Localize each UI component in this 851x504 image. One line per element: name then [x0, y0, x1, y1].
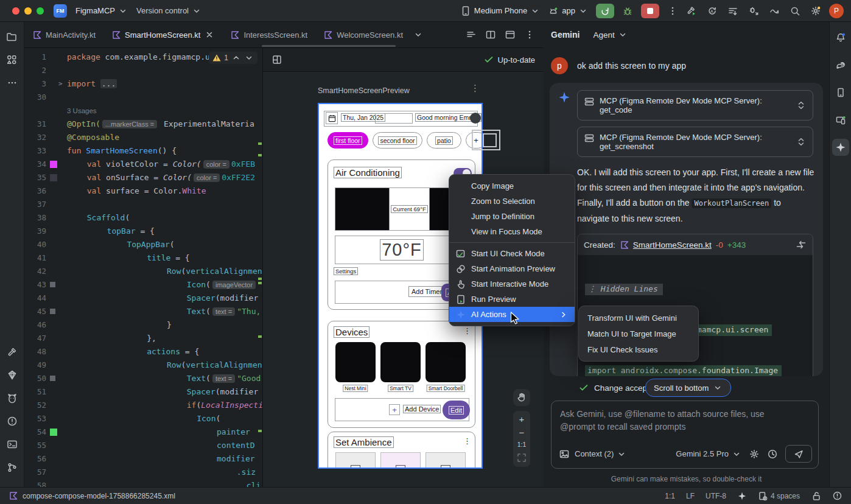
tool-strip-device-explorer-icon[interactable]	[832, 84, 849, 101]
code-line: 35val onSurface = Color(color =0xFF2E2	[24, 171, 262, 184]
usages-hint[interactable]: 3 Usages	[67, 107, 97, 114]
tool-strip-problems-icon[interactable]	[4, 413, 21, 430]
submenu-item-transform-ui-with-gemini[interactable]: Transform UI with Gemini	[579, 310, 698, 326]
run-config-selector[interactable]: app	[548, 5, 588, 16]
selection-handle[interactable]	[483, 133, 497, 147]
scroll-to-bottom-button[interactable]: Scroll to bottom	[645, 379, 731, 397]
tool-strip-more-tool-windows-icon[interactable]	[4, 74, 21, 91]
gemini-settings-icon[interactable]	[749, 449, 760, 460]
tab-SmartHomeScreen.kt[interactable]: SmartHomeScreen.kt	[103, 22, 222, 47]
expand-collapse-icon[interactable]	[796, 100, 807, 111]
created-file-link[interactable]: SmartHomeScreen.kt	[633, 240, 712, 250]
pan-tool-button[interactable]	[513, 389, 530, 406]
code-line: 40TopAppBar(	[24, 238, 262, 251]
editor-list-icon[interactable]	[466, 29, 477, 40]
expand-collapse-icon[interactable]	[796, 136, 807, 147]
debug-icon[interactable]	[622, 5, 633, 16]
gemini-prompt-input[interactable]: Ask Gemini, use @filename to attach sour…	[551, 401, 819, 469]
tab-InterestsScreen.kt[interactable]: InterestsScreen.kt	[222, 22, 315, 47]
line-ending[interactable]: LF	[686, 492, 695, 500]
layout-mode-icon[interactable]	[271, 54, 282, 65]
split-editor-icon[interactable]	[485, 29, 496, 40]
menu-item-start-interactive-mode[interactable]: Start Interactive Mode	[449, 276, 575, 292]
indent-setting[interactable]: 4 spaces	[758, 491, 800, 501]
tool-strip-version-control-icon[interactable]	[4, 459, 21, 476]
lock-icon[interactable]	[811, 491, 821, 501]
zoom-level[interactable]: 1:1	[517, 441, 527, 448]
project-menu[interactable]: FigmaMCP	[75, 6, 128, 16]
attach-image-icon[interactable]	[559, 449, 570, 460]
tab-MainActivity.kt[interactable]: MainActivity.kt	[24, 22, 103, 47]
cursor-position[interactable]: 1:1	[665, 492, 675, 500]
gemini-icon	[835, 142, 846, 153]
tool-strip-logcat-icon[interactable]	[4, 390, 21, 407]
tool-strip-app-quality-insights-icon[interactable]	[4, 366, 21, 383]
color-swatch	[50, 309, 55, 314]
stop-button[interactable]	[641, 4, 659, 18]
fold-marker[interactable]: >	[58, 77, 63, 91]
context-selector[interactable]: Context (2)	[575, 449, 626, 459]
tool-strip-gradle-icon[interactable]	[832, 57, 849, 74]
error-indicator-icon[interactable]	[832, 491, 842, 501]
search-everywhere-icon[interactable]	[790, 5, 800, 16]
tab-list-chevron-icon[interactable]	[413, 22, 423, 47]
attach-debugger-icon[interactable]	[748, 5, 759, 16]
file-encoding[interactable]: UTF-8	[706, 492, 726, 500]
tool-strip-resource-manager-icon[interactable]	[4, 51, 21, 68]
chevron-down-icon	[713, 383, 723, 393]
close-window-button[interactable]	[12, 7, 19, 15]
menu-item-start-ui-check-mode[interactable]: Start UI Check Mode	[449, 246, 575, 261]
menu-item-run-preview[interactable]: Run Preview	[449, 292, 575, 307]
agent-mode-selector[interactable]: Agent	[593, 30, 627, 40]
tool-strip-project-folder-icon[interactable]	[4, 28, 21, 45]
preview-options-kebab[interactable]: ⋮	[471, 83, 480, 94]
prev-issue-icon[interactable]	[231, 53, 241, 63]
zoom-out-button[interactable]: −	[519, 428, 525, 437]
editor-window-icon[interactable]	[505, 29, 516, 40]
next-issue-icon[interactable]	[244, 53, 254, 63]
apply-changes-icon[interactable]	[769, 5, 780, 16]
build-variants-icon[interactable]	[727, 5, 738, 16]
menu-item-zoom-to-selection[interactable]: Zoom to Selection	[449, 194, 575, 209]
tab-WelcomeScreen.kt[interactable]: WelcomeScreen.kt	[315, 22, 411, 47]
minimize-window-button[interactable]	[24, 7, 32, 15]
color-swatch	[50, 161, 57, 168]
fit-to-screen-icon[interactable]	[516, 452, 527, 463]
show-diff-icon[interactable]	[796, 239, 807, 250]
more-actions-icon[interactable]	[667, 5, 678, 16]
status-file[interactable]: compose-compose-model-1758866285245.xml	[9, 491, 175, 500]
history-icon[interactable]	[767, 449, 778, 460]
user-avatar[interactable]: P	[829, 4, 844, 18]
sync-project-icon[interactable]: A	[707, 5, 718, 16]
submenu-item-match-ui-to-target-image[interactable]: Match UI to Target Image	[579, 326, 698, 341]
menu-item-view-in-focus-mode[interactable]: View in Focus Mode	[449, 224, 575, 239]
mcp-tool-call-chip[interactable]: MCP (Figma Remote Dev Mode MCP Server): …	[577, 127, 813, 157]
tab-scrollbar[interactable]	[262, 45, 396, 47]
menu-item-jump-to-definition[interactable]: Jump to Definition	[449, 209, 575, 224]
tool-strip-build-icon[interactable]	[4, 343, 21, 360]
tool-strip-running-devices-icon[interactable]	[832, 111, 849, 128]
send-button[interactable]	[785, 445, 812, 463]
ai-status-icon[interactable]	[737, 491, 747, 501]
device-selector[interactable]: Medium Phone	[460, 5, 540, 16]
model-selector[interactable]: Gemini 2.5 Pro	[676, 449, 741, 459]
tool-strip-terminal-icon[interactable]	[4, 436, 21, 453]
editor-more-icon[interactable]	[524, 29, 535, 40]
right-tool-strip	[829, 22, 851, 487]
inspections-widget[interactable]: 1	[209, 52, 257, 64]
submenu-item-fix-ui-check-issues[interactable]: Fix UI Check Issues	[579, 341, 698, 357]
menu-item-start-animation-preview[interactable]: Start Animation Preview	[449, 261, 575, 276]
maximize-window-button[interactable]	[37, 7, 44, 15]
code-editor[interactable]: 1 1package com.example.figmamcp.u23>impo…	[24, 48, 263, 487]
menu-item-copy-image[interactable]: Copy Image	[449, 178, 575, 194]
tool-strip-notifications-icon[interactable]	[832, 29, 849, 46]
zoom-in-button[interactable]: +	[519, 415, 525, 424]
rerun-button[interactable]	[596, 4, 614, 18]
code-line: 46}	[24, 318, 262, 332]
version-control-menu[interactable]: Version control	[136, 6, 201, 16]
close-tab-icon[interactable]	[205, 30, 214, 40]
tool-strip-gemini-icon[interactable]	[832, 139, 849, 156]
settings-icon[interactable]	[810, 5, 821, 16]
mcp-tool-call-chip[interactable]: MCP (Figma Remote Dev Mode MCP Server): …	[577, 90, 813, 121]
build-run-icon[interactable]	[686, 5, 697, 16]
